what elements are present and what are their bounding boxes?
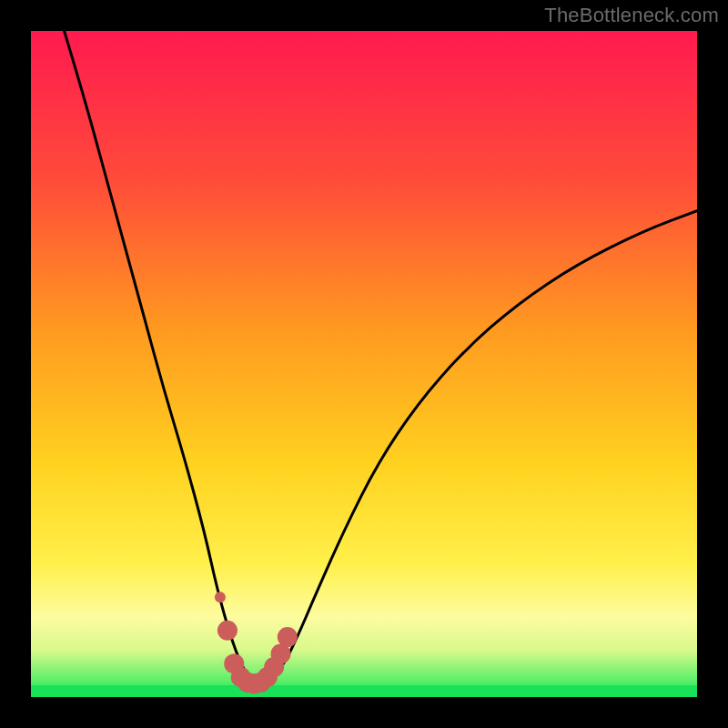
gradient-background [31,31,697,697]
watermark-text: TheBottleneck.com [544,4,719,27]
marker-dot [278,627,298,647]
plot-area [31,31,697,697]
plot-svg [31,31,697,697]
baseline-green-band [31,685,697,697]
marker-dot [217,621,238,641]
chart-frame: TheBottleneck.com [0,0,728,728]
marker-dot-small [215,592,226,602]
